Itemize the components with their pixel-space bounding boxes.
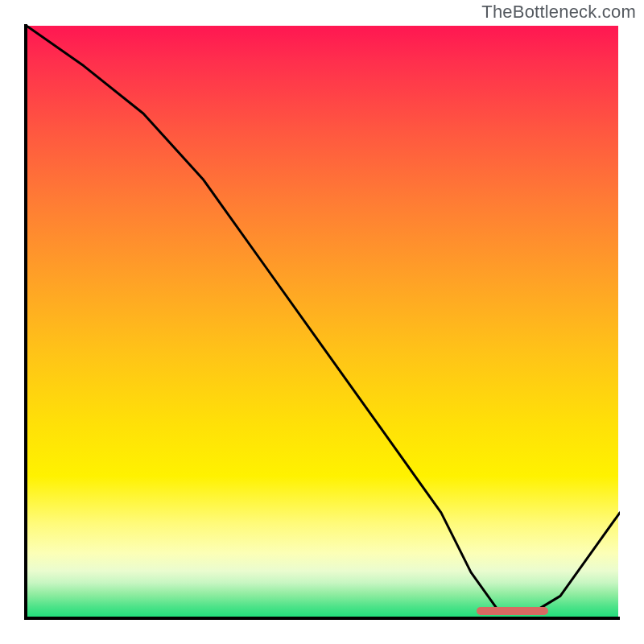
- background-gradient: [26, 26, 618, 618]
- plot-area: [24, 24, 620, 620]
- optimal-match-marker: [477, 607, 548, 615]
- chart-container: TheBottleneck.com: [0, 0, 644, 644]
- watermark-text: TheBottleneck.com: [481, 2, 636, 23]
